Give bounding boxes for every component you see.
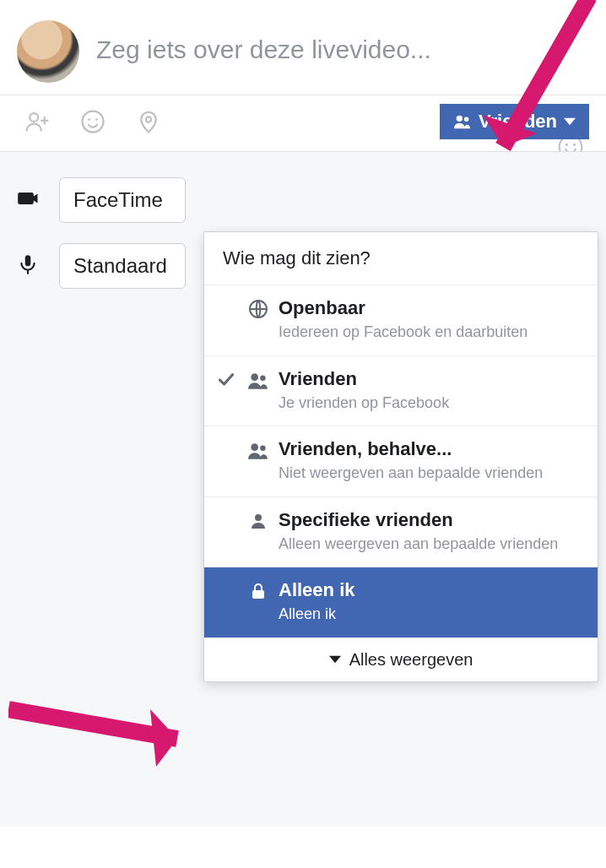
svg-point-14: [251, 443, 258, 451]
option-specific-friends[interactable]: Specifieke vrienden Alleen weergeven aan…: [204, 496, 598, 567]
feeling-icon[interactable]: [79, 108, 106, 135]
option-desc: Alleen weergeven aan bepaalde vrienden: [279, 534, 582, 554]
option-title: Vrienden: [279, 368, 582, 390]
lock-icon: [245, 579, 272, 601]
friends-except-icon: [245, 438, 272, 462]
svg-point-16: [255, 514, 262, 521]
show-all-button[interactable]: Alles weergeven: [204, 637, 598, 681]
option-friends-except[interactable]: Vrienden, behalve... Niet weergeven aan …: [204, 426, 598, 496]
option-title: Alleen ik: [279, 579, 582, 601]
mic-select[interactable]: Standaard: [59, 243, 186, 289]
annotation-arrow-top: [463, 0, 606, 191]
svg-point-4: [83, 111, 104, 133]
tag-people-icon[interactable]: [24, 108, 51, 135]
show-all-label: Alles weergeven: [349, 650, 473, 670]
option-friends[interactable]: Vrienden Je vrienden op Facebook: [204, 355, 598, 426]
option-title: Specifieke vrienden: [279, 509, 582, 531]
option-desc: Je vrienden op Facebook: [279, 393, 582, 413]
svg-point-7: [146, 117, 151, 122]
person-icon: [245, 509, 272, 531]
avatar: [17, 20, 79, 83]
svg-point-13: [260, 375, 266, 381]
annotation-arrow-bottom: [8, 684, 228, 777]
option-only-me[interactable]: Alleen ik Alleen ik: [204, 567, 598, 637]
dropdown-header: Wie mag dit zien?: [204, 232, 598, 285]
svg-point-8: [457, 116, 463, 122]
check-placeholder: [214, 297, 238, 301]
mic-icon: [17, 253, 42, 279]
option-desc: Alleen ik: [279, 605, 582, 624]
svg-point-3: [30, 113, 38, 122]
caret-down-icon: [329, 655, 341, 664]
option-title: Vrienden, behalve...: [279, 438, 582, 460]
camera-select[interactable]: FaceTime: [59, 177, 186, 223]
svg-rect-17: [252, 590, 264, 599]
option-desc: Iedereen op Facebook en daarbuiten: [279, 323, 582, 342]
svg-point-6: [95, 118, 98, 121]
svg-point-12: [251, 373, 258, 381]
svg-rect-10: [25, 255, 31, 266]
friends-icon: [245, 368, 272, 392]
globe-icon: [245, 297, 272, 319]
check-icon: [214, 368, 238, 388]
check-placeholder: [214, 579, 238, 583]
check-placeholder: [214, 438, 238, 442]
check-placeholder: [214, 509, 238, 513]
option-title: Openbaar: [279, 297, 582, 319]
option-desc: Niet weergeven aan bepaalde vrienden: [279, 464, 582, 483]
svg-point-15: [260, 446, 266, 452]
privacy-dropdown: Wie mag dit zien? Openbaar Iedereen op F…: [203, 231, 598, 682]
location-icon[interactable]: [135, 108, 162, 135]
option-public[interactable]: Openbaar Iedereen op Facebook en daarbui…: [204, 285, 598, 355]
svg-point-5: [88, 118, 90, 121]
camera-icon: [17, 187, 42, 214]
